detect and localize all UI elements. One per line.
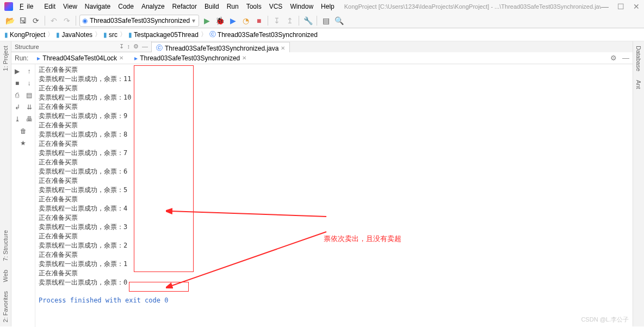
print-icon[interactable]: 🖶 [24,114,34,124]
menu-edit[interactable]: Edit [41,2,59,11]
run-panel: Run: ▸ Thread04SafeTest04Lock ✕ ▸ Thread… [11,52,633,327]
rail-structure[interactable]: 7: Structure [2,230,9,261]
rail-project[interactable]: 1: Project [2,46,9,71]
minimize-icon[interactable]: — [601,2,609,11]
class-icon: ◉ [82,17,88,24]
menu-analyze[interactable]: Analyze [138,2,168,11]
console-line-success: 卖票线程一出票成功，余票：6 [39,167,629,176]
up-stack-icon[interactable]: ↑ [24,66,34,76]
annotation-text: 票依次卖出，且没有卖超 [324,234,401,243]
close-icon[interactable]: ✕ [242,55,246,61]
run-label: Run: [15,54,28,62]
console-line-success: 卖票线程一出票成功，余票：9 [39,112,629,121]
coverage-icon[interactable]: ▶ [227,15,238,26]
rail-database[interactable]: Database [635,46,642,71]
console-line-success: 卖票线程一出票成功，余票：7 [39,149,629,158]
console-line-success: 卖票线程一出票成功，余票：5 [39,186,629,195]
menu-file[interactable]: File [16,2,40,11]
folder-icon: ▮ [56,31,60,39]
stop-icon[interactable]: ■ [253,15,264,26]
open-icon[interactable]: 📂 [4,15,15,26]
close-icon[interactable]: ✕ [119,55,123,61]
menu-help[interactable]: Help [318,2,338,11]
undo-icon[interactable]: ↶ [48,15,59,26]
left-tool-rail: 1: Project 7: Structure Web 2: Favorites [0,41,11,326]
console-line-success: 卖票线程一出票成功，余票：3 [39,223,629,232]
close-icon[interactable]: ✕ [633,2,640,11]
run-tab-1[interactable]: ▸ Thread04SafeTest04Lock ✕ [35,53,126,63]
gear-icon[interactable]: ⚙ [610,54,617,62]
rerun-icon[interactable]: ▶ [13,66,22,76]
structure-title: Structure [15,44,39,50]
bc-module[interactable]: ▮JavaNotes [56,31,92,39]
vcs-update-icon[interactable]: ↧ [271,15,282,26]
layout-icon[interactable]: ▤ [24,90,34,100]
menu-window[interactable]: Window [287,2,317,11]
bc-project[interactable]: ▮KongProject [4,31,45,39]
sort-icon[interactable]: ↧ [119,43,124,50]
run-icon[interactable]: ▶ [201,15,212,26]
rail-favorites[interactable]: 2: Favorites [2,291,9,322]
hide-icon[interactable]: — [142,43,148,50]
menu-navigate[interactable]: Navigate [82,2,114,11]
run-config-name: Thread03SafeTest03Synchronized [90,17,190,24]
chevron-down-icon: ▾ [192,17,195,24]
rail-web[interactable]: Web [2,270,9,282]
search-icon[interactable]: 🔍 [333,15,344,26]
menu-view[interactable]: View [60,2,81,11]
console-line-prepare: 正在准备买票 [39,195,629,204]
console-line-success: 卖票线程一出票成功，余票：8 [39,130,629,139]
profile-icon[interactable]: ◔ [240,15,251,26]
run-tab-2[interactable]: ▸ Thread03SafeTest03Synchronized ✕ [132,53,249,63]
folder-icon: ▮ [4,31,8,39]
console-line-prepare: 正在准备买票 [39,65,629,75]
camera-icon[interactable]: ⎙ [13,90,22,100]
watermark: CSDN @L.李公子 [581,316,629,324]
console-output[interactable]: 正在准备买票卖票线程一出票成功，余票：11正在准备买票卖票线程一出票成功，余票：… [35,64,633,327]
class-icon: ▸ [134,54,138,62]
editor-tab-label: Thread03SafeTest03Synchronized.java [165,45,278,52]
down-stack-icon[interactable]: ↓ [24,78,34,88]
console-line-success: 卖票线程一出票成功，余票：10 [39,93,629,102]
console-line-prepare: 正在准备买票 [39,158,629,167]
save-icon[interactable]: 🖫 [17,15,28,26]
console-line-prepare: 正在准备买票 [39,84,629,93]
run-body: ▶↑ ■↓ ⎙▤ ↲⇊ ⤓🖶 🗑 ★ 正在准备买票卖票线程一出票成功，余票：11… [11,64,633,327]
console-line-success: 卖票线程一出票成功，余票：1 [39,260,629,269]
redo-icon[interactable]: ↷ [61,15,72,26]
refresh-icon[interactable]: ⟳ [30,15,41,26]
class-icon: ⓒ [209,30,216,39]
gear-icon[interactable]: ⚙ [133,43,139,50]
hide-icon[interactable]: — [622,54,629,62]
main-menu: File Edit View Navigate Code Analyze Ref… [16,2,338,11]
bc-src[interactable]: ▮src [103,31,117,39]
console-line-success: 卖票线程一出票成功，余票：4 [39,204,629,213]
title-bar: File Edit View Navigate Code Analyze Ref… [0,0,644,13]
close-tab-icon[interactable]: ✕ [281,45,285,51]
rail-ant[interactable]: Ant [635,80,642,89]
expand-icon[interactable]: ↕ [127,43,131,50]
wrap-icon[interactable]: ↲ [13,102,22,112]
pin-icon[interactable]: ★ [18,138,28,148]
menu-tools[interactable]: Tools [243,2,265,11]
bc-class[interactable]: ⓒThread03SafeTest03Synchronized [209,30,318,39]
class-icon: ▸ [37,54,40,62]
stop-icon[interactable]: ■ [13,78,22,88]
menu-refactor[interactable]: Refactor [169,2,200,11]
menu-build[interactable]: Build [201,2,222,11]
export-icon[interactable]: ⤓ [13,114,22,124]
menu-run[interactable]: Run [224,2,242,11]
structure-icon[interactable]: ▤ [320,15,331,26]
vcs-commit-icon[interactable]: ↥ [284,15,295,26]
maximize-icon[interactable]: ☐ [617,2,624,11]
menu-vcs[interactable]: VCS [266,2,286,11]
run-configuration-selector[interactable]: ◉ Thread03SafeTest03Synchronized ▾ [79,15,199,27]
right-tool-rail: Database Ant [633,41,644,326]
bc-package[interactable]: ▮Testpackage05Thread [128,31,199,39]
structure-panel-header: Structure ↧ ↕ ⚙ — [11,41,152,52]
menu-code[interactable]: Code [115,2,137,11]
debug-icon[interactable]: 🐞 [214,15,225,26]
settings-icon[interactable]: 🔧 [302,15,313,26]
delete-icon[interactable]: 🗑 [18,126,28,136]
scroll-icon[interactable]: ⇊ [24,102,34,112]
